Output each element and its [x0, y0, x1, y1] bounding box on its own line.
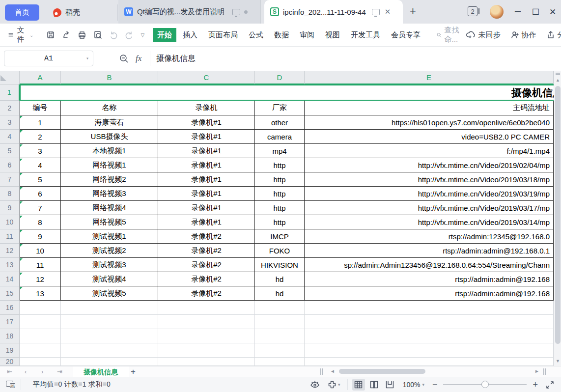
row-header-17[interactable]: 17: [0, 315, 20, 329]
row-header-5[interactable]: 5: [0, 144, 20, 158]
cell-B13[interactable]: 测试视频3: [61, 258, 158, 272]
row-header-16[interactable]: 16: [0, 301, 20, 315]
vertical-scroll-thumb[interactable]: [555, 86, 561, 344]
row-header-10[interactable]: 10: [0, 215, 20, 229]
cell-B12[interactable]: 测试视频2: [61, 244, 158, 258]
column-header-E[interactable]: E: [305, 71, 554, 84]
cell-D11[interactable]: IMCP: [255, 229, 305, 244]
cell-B2[interactable]: 名称: [61, 101, 158, 115]
cell-E2[interactable]: 主码流地址: [305, 101, 554, 115]
cell-A15[interactable]: 13: [20, 286, 61, 301]
cell-C13[interactable]: 录像机#2: [158, 258, 255, 272]
maximize-button[interactable]: ☐: [532, 7, 539, 17]
share-button[interactable]: 分享: [546, 30, 561, 40]
print-preview-button[interactable]: [93, 30, 102, 39]
row-header-12[interactable]: 12: [0, 244, 20, 258]
cell-B16[interactable]: [61, 301, 158, 315]
cell-A20[interactable]: [20, 358, 61, 366]
zoom-slider-knob[interactable]: [481, 381, 489, 388]
cell-B14[interactable]: 测试视频4: [61, 272, 158, 286]
cell-C15[interactable]: 录像机#2: [158, 286, 255, 301]
cell-A2[interactable]: 编号: [20, 101, 61, 115]
column-header-B[interactable]: B: [61, 71, 158, 84]
cell-E16[interactable]: [305, 301, 554, 315]
command-search[interactable]: 查找命...: [437, 26, 461, 44]
split-handle-icon[interactable]: [320, 368, 323, 375]
cell-A12[interactable]: 10: [20, 244, 61, 258]
cell-A18[interactable]: [20, 329, 61, 343]
cell-B10[interactable]: 网络视频5: [61, 215, 158, 229]
cell-C12[interactable]: 录像机#2: [158, 244, 255, 258]
user-avatar[interactable]: [490, 5, 504, 19]
view-normal-button[interactable]: [352, 379, 365, 391]
cell-D8[interactable]: http: [255, 187, 305, 201]
ribbon-tab-开发工具[interactable]: 开发工具: [346, 28, 385, 42]
minimize-button[interactable]: ─: [515, 7, 521, 17]
column-header-C[interactable]: C: [158, 71, 255, 84]
cell-D3[interactable]: other: [255, 115, 305, 130]
cell-E8[interactable]: http://vfx.mtime.cn/Video/2019/03/19/mp: [305, 187, 554, 201]
visibility-button[interactable]: [310, 381, 320, 389]
cell-A3[interactable]: 1: [20, 115, 61, 130]
view-pagelayout-button[interactable]: [384, 379, 396, 391]
cell-D12[interactable]: FOKO: [255, 244, 305, 258]
row-header-8[interactable]: 8: [0, 187, 20, 201]
vertical-scrollbar[interactable]: ▲ ▼: [554, 71, 561, 366]
row-header-9[interactable]: 9: [0, 201, 20, 215]
sync-status-button[interactable]: 未同步: [466, 30, 501, 40]
cell-B4[interactable]: USB摄像头: [61, 130, 158, 144]
cell-C9[interactable]: 录像机#1: [158, 201, 255, 215]
cell-A11[interactable]: 9: [20, 229, 61, 244]
row-header-6[interactable]: 6: [0, 158, 20, 172]
redo-button[interactable]: [125, 30, 134, 39]
cell-E9[interactable]: http://vfx.mtime.cn/Video/2019/03/17/mp: [305, 201, 554, 215]
export-button[interactable]: [62, 30, 71, 39]
row-header-1[interactable]: 1: [0, 84, 20, 101]
row-header-4[interactable]: 4: [0, 130, 20, 144]
split-handle-icon[interactable]: [556, 73, 560, 75]
column-header-A[interactable]: A: [20, 71, 61, 84]
cell-B20[interactable]: [61, 358, 158, 366]
cell-B8[interactable]: 网络视频3: [61, 187, 158, 201]
zoom-in-button[interactable]: +: [533, 380, 538, 390]
ribbon-tab-开始[interactable]: 开始: [153, 28, 176, 42]
ribbon-tab-页面布局[interactable]: 页面布局: [204, 28, 242, 42]
cell-A7[interactable]: 5: [20, 172, 61, 187]
cell-E11[interactable]: rtsp://admin:12345@192.168.0: [305, 229, 554, 244]
row-header-13[interactable]: 13: [0, 258, 20, 272]
cell-E12[interactable]: rtsp://admin:admin@192.168.0.1: [305, 244, 554, 258]
document-tab-writer[interactable]: W Qt编写的视...发及使用说明: [118, 0, 261, 24]
scroll-up-icon[interactable]: ▲: [554, 78, 561, 83]
cell-A1-title[interactable]: 摄像机信息: [20, 84, 554, 101]
cell-D7[interactable]: http: [255, 172, 305, 187]
row-header-7[interactable]: 7: [0, 172, 20, 187]
split-handle-icon[interactable]: [543, 368, 546, 375]
cell-A13[interactable]: 11: [20, 258, 61, 272]
sheet-tab-active[interactable]: 摄像机信息: [73, 366, 129, 378]
cell-B17[interactable]: [61, 315, 158, 329]
cell-E7[interactable]: http://vfx.mtime.cn/Video/2019/03/18/mp: [305, 172, 554, 187]
view-split-button[interactable]: [368, 379, 381, 391]
cell-E3[interactable]: https://hls01open.ys7.com/openlive/6e0b2…: [305, 115, 554, 130]
scroll-left-icon[interactable]: ◄: [330, 368, 335, 374]
cell-B15[interactable]: 测试视频5: [61, 286, 158, 301]
cell-A4[interactable]: 2: [20, 130, 61, 144]
cell-B7[interactable]: 网络视频2: [61, 172, 158, 187]
zoom-out-magnifier-icon[interactable]: [119, 54, 129, 63]
cell-D2[interactable]: 厂家: [255, 101, 305, 115]
row-header-3[interactable]: 3: [0, 115, 20, 130]
cell-E20[interactable]: [305, 358, 554, 366]
cell-D13[interactable]: HIKVISION: [255, 258, 305, 272]
cell-A8[interactable]: 6: [20, 187, 61, 201]
ribbon-tab-视图[interactable]: 视图: [321, 28, 344, 42]
cell-C19[interactable]: [158, 343, 255, 358]
column-header-D[interactable]: D: [255, 71, 305, 84]
cell-E14[interactable]: rtsp://admin:admin@192.168: [305, 272, 554, 286]
zoom-slider[interactable]: [443, 384, 527, 385]
cell-B5[interactable]: 本地视频1: [61, 144, 158, 158]
cell-C14[interactable]: 录像机#2: [158, 272, 255, 286]
save-button[interactable]: [46, 30, 55, 39]
cell-D18[interactable]: [255, 329, 305, 343]
insert-function-button[interactable]: fx: [136, 54, 141, 63]
ribbon-tab-数据[interactable]: 数据: [270, 28, 293, 42]
